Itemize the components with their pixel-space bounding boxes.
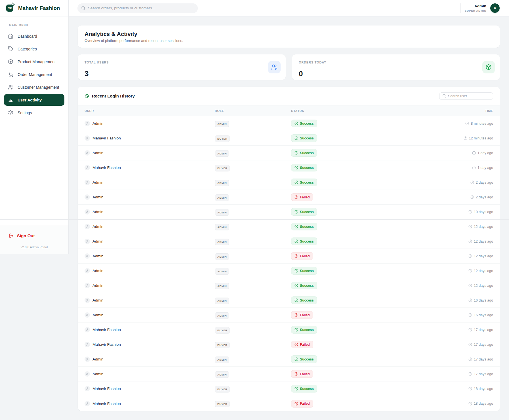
brand-name: Mahavir Fashion (18, 5, 60, 11)
status-cell: Success (291, 223, 448, 230)
time-cell: 12 days ago (448, 239, 493, 243)
time-text: 2 days ago (476, 195, 493, 199)
header-user-area: Admin SUPER ADMIN A (460, 3, 500, 13)
time-text: 17 days ago (474, 372, 493, 376)
role-badge: ADMIN (215, 312, 229, 319)
home-icon (8, 33, 13, 39)
alert-circle-icon (295, 313, 298, 317)
clock-icon (468, 357, 472, 361)
status-badge: Success (291, 134, 317, 142)
avatar[interactable]: A (490, 3, 500, 13)
time-text: 16 days ago (474, 298, 493, 302)
user-cell: Admin (85, 239, 215, 244)
sidebar-item-order-management[interactable]: Order Management (4, 69, 64, 80)
role-badge: BUYER (215, 327, 230, 334)
role-cell: ADMIN (215, 313, 291, 318)
sidebar-item-user-activity[interactable]: User Activity (4, 94, 64, 106)
user-icon (85, 165, 90, 170)
login-history-card: Recent Login History USER ROLE STATUS TI… (78, 87, 500, 411)
stat-label: TOTAL USERS (85, 61, 109, 64)
header-user-name: Admin (465, 4, 486, 9)
time-text: 12 days ago (474, 269, 493, 273)
role-badge: ADMIN (215, 121, 229, 127)
login-history-row: Mahavir FashionBUYERFailed18 days ago (78, 396, 500, 411)
clock-icon (468, 402, 472, 406)
login-history-row: Mahavir FashionBUYERFailed17 days ago (78, 337, 500, 352)
time-cell: 18 days ago (448, 387, 493, 391)
sign-out-button[interactable]: Sign Out (5, 233, 64, 238)
role-badge: ADMIN (215, 253, 229, 260)
status-text: Failed (300, 402, 310, 406)
global-search[interactable] (77, 3, 198, 13)
app-header: NF Mahavir Fashion Admin SUPER ADMIN A (0, 0, 509, 16)
user-cell: Admin (85, 253, 215, 259)
role-cell: BUYER (215, 136, 291, 141)
status-cell: Success (291, 296, 448, 304)
status-text: Success (300, 136, 314, 140)
status-badge: Success (291, 267, 317, 275)
global-search-input[interactable] (88, 6, 194, 10)
user-cell: Admin (85, 194, 215, 200)
time-cell: 12 days ago (448, 269, 493, 273)
user-name: Admin (92, 254, 103, 258)
login-history-row: AdminADMINSuccess10 days ago (78, 205, 500, 219)
stat-label: ORDERS TODAY (299, 61, 326, 64)
user-name: Admin (92, 239, 103, 243)
user-search[interactable] (439, 92, 493, 100)
sidebar-item-label: User Activity (18, 98, 42, 102)
role-cell: ADMIN (215, 180, 291, 185)
user-cell: Mahavir Fashion (85, 342, 215, 347)
clock-icon (468, 372, 472, 376)
login-history-title: Recent Login History (92, 94, 135, 98)
role-badge: ADMIN (215, 371, 229, 378)
status-badge: Failed (291, 370, 313, 378)
status-cell: Success (291, 267, 448, 275)
status-cell: Success (291, 179, 448, 186)
login-history-row: AdminADMINSuccess8 minutes ago (78, 116, 500, 131)
screenshot-seam-1 (0, 219, 509, 220)
user-cell: Mahavir Fashion (85, 135, 215, 141)
alert-circle-icon (295, 402, 298, 406)
user-cell: Admin (85, 268, 215, 273)
role-cell: ADMIN (215, 224, 291, 229)
login-history-row: Mahavir FashionBUYERSuccess12 minutes ag… (78, 131, 500, 146)
role-badge: ADMIN (215, 357, 229, 363)
status-cell: Success (291, 134, 448, 142)
time-text: 1 day ago (478, 151, 493, 155)
time-cell: 8 minutes ago (448, 122, 493, 126)
sidebar-item-customer-management[interactable]: Customer Management (4, 81, 64, 93)
user-name: Mahavir Fashion (92, 166, 121, 170)
user-name: Admin (92, 121, 103, 126)
status-cell: Success (291, 237, 448, 245)
table-body: AdminADMINSuccess8 minutes agoMahavir Fa… (78, 116, 500, 411)
screenshot-seam-2 (0, 254, 509, 254)
user-icon (85, 121, 90, 126)
user-icon (85, 239, 90, 244)
status-badge: Success (291, 296, 317, 304)
sidebar-item-dashboard[interactable]: Dashboard (4, 30, 64, 42)
status-cell: Success (291, 149, 448, 157)
time-cell: 18 days ago (448, 402, 493, 406)
time-text: 18 days ago (474, 387, 493, 391)
sidebar-item-label: Product Management (18, 60, 56, 64)
sidebar-item-categories[interactable]: Categories (4, 43, 64, 55)
login-history-row: AdminADMINFailed17 days ago (78, 367, 500, 381)
sidebar-item-settings[interactable]: Settings (4, 107, 64, 118)
status-badge: Failed (291, 193, 313, 201)
status-cell: Failed (291, 193, 448, 201)
user-name: Admin (92, 151, 103, 155)
status-cell: Success (291, 208, 448, 216)
user-icon (85, 327, 90, 332)
user-cell: Admin (85, 121, 215, 126)
sidebar-section-label: MAIN MENU (9, 24, 64, 27)
user-search-input[interactable] (448, 94, 490, 98)
clock-icon (464, 136, 467, 140)
login-history-row: AdminADMINSuccess16 days ago (78, 293, 500, 308)
sidebar-item-product-management[interactable]: Product Management (4, 56, 64, 67)
role-cell: BUYER (215, 327, 291, 332)
user-cell: Mahavir Fashion (85, 165, 215, 170)
login-history-row: Mahavir FashionBUYERSuccess18 days ago (78, 381, 500, 396)
check-circle-icon (295, 151, 298, 155)
role-cell: ADMIN (215, 372, 291, 377)
time-cell: 16 days ago (448, 298, 493, 302)
